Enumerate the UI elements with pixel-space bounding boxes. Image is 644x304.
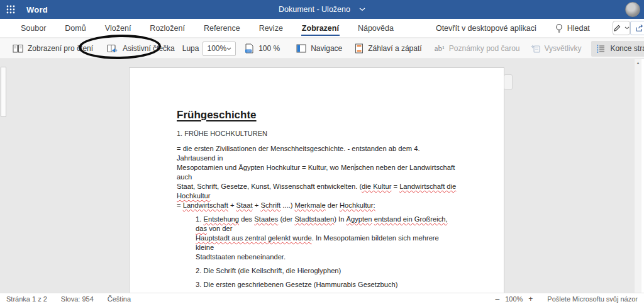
feedback-link[interactable]: Pošlete Microsoftu svůj názor (547, 295, 638, 303)
menu-tab-soubor[interactable]: Soubor (11, 19, 55, 37)
document-paragraph: 3. Die ersten geschriebenen Gesetze (Ham… (196, 280, 457, 290)
document-paragraph: 1. Entstehung des Staates (der Stadtstaa… (196, 215, 457, 262)
scrollbar-thumb[interactable] (1, 67, 6, 117)
navigation-pane-icon (296, 44, 306, 53)
endnotes-button: Vysvětlivky (525, 41, 587, 56)
share-icon (635, 23, 644, 33)
page-breaks-button[interactable]: Konce stránek (591, 41, 644, 57)
zoom-in-button[interactable]: + (528, 295, 533, 303)
ribbon-toolbar: Zobrazení pro čtení Asistivní čtečka Lup… (0, 38, 644, 59)
header-footer-icon (355, 43, 364, 53)
navigation-button[interactable]: Navigace (291, 41, 347, 56)
document-title-bar[interactable]: Dokument - Uloženo (279, 5, 350, 14)
footnotes-label: Poznámky pod čarou (449, 44, 520, 53)
header-footer-label: Záhlaví a zápatí (368, 44, 421, 53)
menu-tab-revize[interactable]: Revize (250, 19, 292, 37)
reading-view-label: Zobrazení pro čtení (28, 44, 93, 53)
app-name: Word (26, 5, 48, 14)
menu-tab-rozlozeni[interactable]: Rozložení (140, 19, 194, 37)
reading-view-icon (13, 44, 23, 53)
vertical-scrollbar[interactable]: ▴ (635, 59, 641, 293)
open-in-desktop-button[interactable]: Otevřít v desktopové aplikaci (436, 24, 536, 33)
zoom-100-button[interactable]: 100 100 % (240, 40, 285, 57)
immersive-reader-icon (107, 44, 118, 53)
endnotes-label: Vysvětlivky (545, 44, 582, 53)
footnotes-button: ab¹ Poznámky pod čarou (430, 40, 525, 57)
zoom-dropdown[interactable]: 100% (203, 42, 236, 56)
document-paragraph: = die ersten Zivilisationen der Menschhe… (177, 144, 457, 210)
menu-tab-reference[interactable]: Reference (194, 19, 250, 37)
endnotes-icon (530, 44, 540, 53)
app-header: Word Dokument - Uloženo (0, 0, 644, 19)
footnotes-icon: ab¹ (435, 43, 445, 53)
window-edge (641, 59, 644, 293)
word-count-status[interactable]: Slova: 954 (61, 295, 94, 303)
zoom-dropdown-value: 100% (207, 44, 226, 53)
document-subheading: 1. FRÜHE HOCHKULTUREN (177, 129, 457, 138)
immersive-reader-button[interactable]: Asistivní čtečka (102, 41, 180, 57)
scrollbar-up-arrow[interactable]: ▴ (635, 59, 641, 67)
waffle-icon (6, 5, 15, 14)
reading-view-button[interactable]: Zobrazení pro čtení (8, 41, 98, 57)
search-label: Hledat (567, 24, 590, 33)
document-paragraph: 2. Die Schrift (die Keilschrift, die Hie… (196, 266, 457, 276)
page-count-status[interactable]: Stránka 1 z 2 (6, 295, 47, 303)
menu-tab-vlozeni[interactable]: Vložení (96, 19, 141, 37)
status-bar: Stránka 1 z 2 Slova: 954 Čeština – 100% … (0, 293, 644, 304)
pen-tool-button[interactable] (613, 21, 630, 35)
zoom-100-label: 100 % (258, 44, 280, 53)
document-heading-title: Frühgeschichte (177, 108, 457, 122)
chevron-down-icon (226, 47, 231, 50)
app-launcher-button[interactable] (0, 0, 21, 19)
user-avatar[interactable] (625, 2, 640, 17)
document-title-chevron-icon[interactable] (359, 8, 365, 11)
search-button[interactable]: Hledat (555, 23, 590, 33)
page-breaks-icon (596, 44, 606, 53)
document-canvas: Frühgeschichte 1. FRÜHE HOCHKULTUREN = d… (0, 59, 641, 293)
navigation-label: Navigace (311, 44, 342, 53)
menu-bar: SouborDomůVloženíRozloženíReferenceReviz… (0, 19, 644, 38)
chevron-down-icon (625, 26, 630, 30)
share-button[interactable] (630, 21, 644, 35)
zoom-100-icon: 100 (245, 43, 254, 53)
comment-margin-tab[interactable] (504, 74, 513, 90)
language-status[interactable]: Čeština (108, 295, 131, 303)
menu-tab-zobrazeni[interactable]: Zobrazení (292, 19, 348, 37)
header-footer-button[interactable]: Záhlaví a zápatí (350, 40, 426, 57)
pen-icon (613, 24, 621, 32)
document-body: = die ersten Zivilisationen der Menschhe… (177, 144, 457, 293)
lightbulb-icon (555, 23, 563, 33)
zoom-level-status[interactable]: 100% (505, 295, 523, 303)
document-page[interactable]: Frühgeschichte 1. FRÜHE HOCHKULTUREN = d… (129, 67, 504, 293)
menu-tabs: SouborDomůVloženíRozloženíReferenceReviz… (0, 19, 403, 37)
page-breaks-label: Konce stránek (610, 44, 644, 53)
menu-tab-domu[interactable]: Domů (55, 19, 95, 37)
immersive-reader-label: Asistivní čtečka (123, 44, 175, 53)
menu-tab-napoveda[interactable]: Nápověda (348, 19, 403, 37)
svg-text:100: 100 (247, 49, 252, 52)
zoom-out-button[interactable]: – (495, 295, 499, 303)
zoom-label: Lupa (182, 44, 199, 53)
